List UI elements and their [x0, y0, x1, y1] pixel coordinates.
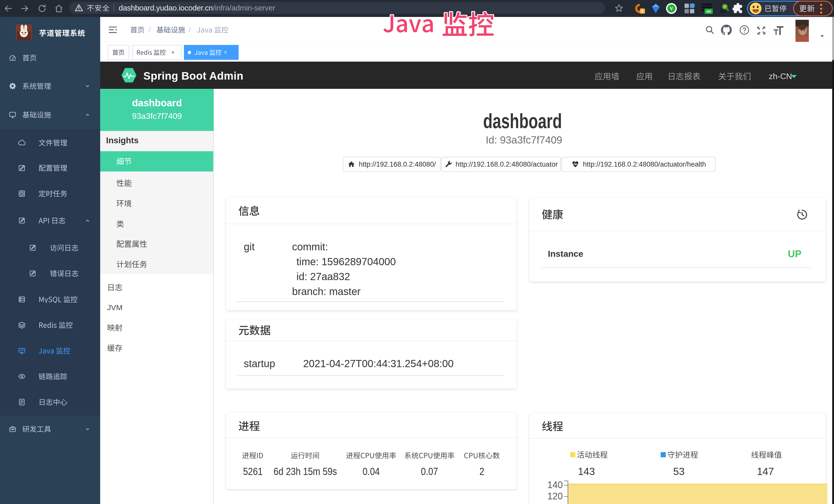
svg-text:on: on: [706, 9, 711, 13]
svg-text:V: V: [670, 6, 673, 11]
svg-text:1: 1: [641, 9, 643, 13]
